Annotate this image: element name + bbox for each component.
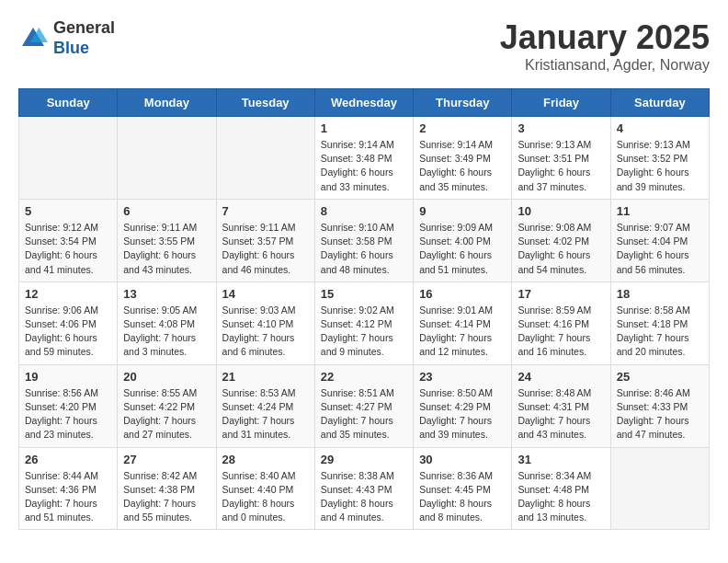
calendar-cell: 10Sunrise: 9:08 AM Sunset: 4:02 PM Dayli… bbox=[512, 199, 610, 282]
day-number: 11 bbox=[617, 204, 703, 218]
calendar-cell bbox=[610, 447, 709, 530]
calendar-cell: 8Sunrise: 9:10 AM Sunset: 3:58 PM Daylig… bbox=[314, 199, 413, 282]
day-number: 29 bbox=[321, 453, 407, 466]
calendar-cell: 30Sunrise: 8:36 AM Sunset: 4:45 PM Dayli… bbox=[414, 447, 512, 530]
calendar-cell: 12Sunrise: 9:06 AM Sunset: 4:06 PM Dayli… bbox=[19, 282, 118, 364]
day-number: 24 bbox=[518, 370, 604, 384]
calendar-cell: 21Sunrise: 8:53 AM Sunset: 4:24 PM Dayli… bbox=[216, 364, 314, 447]
day-info: Sunrise: 8:38 AM Sunset: 4:43 PM Dayligh… bbox=[321, 469, 407, 525]
calendar-week-row: 19Sunrise: 8:56 AM Sunset: 4:20 PM Dayli… bbox=[19, 364, 710, 447]
day-info: Sunrise: 8:48 AM Sunset: 4:31 PM Dayligh… bbox=[518, 386, 604, 442]
day-number: 6 bbox=[123, 204, 210, 218]
day-number: 31 bbox=[518, 453, 604, 466]
calendar-cell: 20Sunrise: 8:55 AM Sunset: 4:22 PM Dayli… bbox=[118, 364, 216, 447]
calendar-cell: 22Sunrise: 8:51 AM Sunset: 4:27 PM Dayli… bbox=[314, 364, 413, 447]
calendar-cell: 13Sunrise: 9:05 AM Sunset: 4:08 PM Dayli… bbox=[118, 282, 216, 364]
day-number: 17 bbox=[518, 287, 604, 301]
day-info: Sunrise: 9:06 AM Sunset: 4:06 PM Dayligh… bbox=[25, 304, 111, 360]
day-number: 15 bbox=[321, 287, 407, 301]
calendar-week-row: 1Sunrise: 9:14 AM Sunset: 3:48 PM Daylig… bbox=[19, 117, 710, 200]
day-number: 16 bbox=[419, 287, 506, 301]
calendar-cell: 27Sunrise: 8:42 AM Sunset: 4:38 PM Dayli… bbox=[118, 447, 216, 530]
calendar-cell: 29Sunrise: 8:38 AM Sunset: 4:43 PM Dayli… bbox=[314, 447, 413, 530]
day-info: Sunrise: 9:02 AM Sunset: 4:12 PM Dayligh… bbox=[321, 304, 407, 360]
day-number: 9 bbox=[419, 204, 506, 218]
calendar-week-row: 12Sunrise: 9:06 AM Sunset: 4:06 PM Dayli… bbox=[19, 282, 710, 364]
day-number: 28 bbox=[222, 453, 309, 466]
day-info: Sunrise: 9:14 AM Sunset: 3:49 PM Dayligh… bbox=[419, 138, 506, 194]
calendar-cell: 17Sunrise: 8:59 AM Sunset: 4:16 PM Dayli… bbox=[512, 282, 610, 364]
day-info: Sunrise: 8:34 AM Sunset: 4:48 PM Dayligh… bbox=[518, 469, 604, 525]
calendar-cell: 7Sunrise: 9:11 AM Sunset: 3:57 PM Daylig… bbox=[216, 199, 314, 282]
day-number: 1 bbox=[321, 121, 407, 135]
calendar-cell: 28Sunrise: 8:40 AM Sunset: 4:40 PM Dayli… bbox=[216, 447, 314, 530]
calendar-cell: 31Sunrise: 8:34 AM Sunset: 4:48 PM Dayli… bbox=[512, 447, 610, 530]
day-info: Sunrise: 8:36 AM Sunset: 4:45 PM Dayligh… bbox=[419, 469, 506, 525]
title-area: January 2025 Kristiansand, Agder, Norway bbox=[500, 18, 710, 74]
calendar-cell: 23Sunrise: 8:50 AM Sunset: 4:29 PM Dayli… bbox=[414, 364, 512, 447]
weekday-header: Thursday bbox=[414, 89, 512, 117]
calendar-cell: 24Sunrise: 8:48 AM Sunset: 4:31 PM Dayli… bbox=[512, 364, 610, 447]
day-number: 22 bbox=[321, 370, 407, 384]
weekday-header: Wednesday bbox=[314, 89, 413, 117]
day-info: Sunrise: 9:13 AM Sunset: 3:51 PM Dayligh… bbox=[518, 138, 604, 194]
day-info: Sunrise: 8:58 AM Sunset: 4:18 PM Dayligh… bbox=[617, 304, 703, 360]
calendar-cell: 15Sunrise: 9:02 AM Sunset: 4:12 PM Dayli… bbox=[314, 282, 413, 364]
weekday-header: Tuesday bbox=[216, 89, 314, 117]
day-info: Sunrise: 8:44 AM Sunset: 4:36 PM Dayligh… bbox=[25, 469, 111, 525]
day-number: 2 bbox=[419, 121, 506, 135]
day-number: 25 bbox=[617, 370, 703, 384]
day-number: 19 bbox=[25, 370, 111, 384]
day-info: Sunrise: 9:13 AM Sunset: 3:52 PM Dayligh… bbox=[617, 138, 703, 194]
day-info: Sunrise: 8:42 AM Sunset: 4:38 PM Dayligh… bbox=[123, 469, 210, 525]
day-number: 4 bbox=[617, 121, 703, 135]
page-title: January 2025 bbox=[500, 18, 710, 57]
day-number: 8 bbox=[321, 204, 407, 218]
day-info: Sunrise: 9:11 AM Sunset: 3:55 PM Dayligh… bbox=[123, 221, 210, 277]
day-number: 14 bbox=[222, 287, 309, 301]
weekday-header: Monday bbox=[118, 89, 216, 117]
day-number: 5 bbox=[25, 204, 111, 218]
day-number: 10 bbox=[518, 204, 604, 218]
day-info: Sunrise: 8:56 AM Sunset: 4:20 PM Dayligh… bbox=[25, 386, 111, 442]
day-number: 12 bbox=[25, 287, 111, 301]
day-info: Sunrise: 9:01 AM Sunset: 4:14 PM Dayligh… bbox=[419, 304, 506, 360]
calendar-cell: 19Sunrise: 8:56 AM Sunset: 4:20 PM Dayli… bbox=[19, 364, 118, 447]
day-number: 18 bbox=[617, 287, 703, 301]
day-info: Sunrise: 9:07 AM Sunset: 4:04 PM Dayligh… bbox=[617, 221, 703, 277]
calendar-cell bbox=[216, 117, 314, 200]
page-subtitle: Kristiansand, Agder, Norway bbox=[500, 57, 710, 74]
calendar-header-row: SundayMondayTuesdayWednesdayThursdayFrid… bbox=[19, 89, 710, 117]
day-info: Sunrise: 8:53 AM Sunset: 4:24 PM Dayligh… bbox=[222, 386, 309, 442]
calendar-cell: 25Sunrise: 8:46 AM Sunset: 4:33 PM Dayli… bbox=[610, 364, 709, 447]
calendar-week-row: 5Sunrise: 9:12 AM Sunset: 3:54 PM Daylig… bbox=[19, 199, 710, 282]
day-info: Sunrise: 8:55 AM Sunset: 4:22 PM Dayligh… bbox=[123, 386, 210, 442]
logo: General Blue bbox=[18, 18, 115, 58]
day-number: 27 bbox=[123, 453, 210, 466]
calendar-cell: 18Sunrise: 8:58 AM Sunset: 4:18 PM Dayli… bbox=[610, 282, 709, 364]
calendar-cell bbox=[118, 117, 216, 200]
day-number: 7 bbox=[222, 204, 309, 218]
day-number: 23 bbox=[419, 370, 506, 384]
day-number: 20 bbox=[123, 370, 210, 384]
calendar-cell: 3Sunrise: 9:13 AM Sunset: 3:51 PM Daylig… bbox=[512, 117, 610, 200]
day-info: Sunrise: 9:03 AM Sunset: 4:10 PM Dayligh… bbox=[222, 304, 309, 360]
day-number: 3 bbox=[518, 121, 604, 135]
day-info: Sunrise: 8:40 AM Sunset: 4:40 PM Dayligh… bbox=[222, 469, 309, 525]
day-info: Sunrise: 9:14 AM Sunset: 3:48 PM Dayligh… bbox=[321, 138, 407, 194]
logo-icon bbox=[18, 24, 48, 53]
weekday-header: Friday bbox=[512, 89, 610, 117]
day-info: Sunrise: 8:59 AM Sunset: 4:16 PM Dayligh… bbox=[518, 304, 604, 360]
day-info: Sunrise: 9:10 AM Sunset: 3:58 PM Dayligh… bbox=[321, 221, 407, 277]
calendar-cell: 14Sunrise: 9:03 AM Sunset: 4:10 PM Dayli… bbox=[216, 282, 314, 364]
calendar-cell: 2Sunrise: 9:14 AM Sunset: 3:49 PM Daylig… bbox=[414, 117, 512, 200]
weekday-header: Saturday bbox=[610, 89, 709, 117]
day-info: Sunrise: 9:08 AM Sunset: 4:02 PM Dayligh… bbox=[518, 221, 604, 277]
day-info: Sunrise: 9:11 AM Sunset: 3:57 PM Dayligh… bbox=[222, 221, 309, 277]
day-number: 13 bbox=[123, 287, 210, 301]
weekday-header: Sunday bbox=[19, 89, 118, 117]
calendar-cell: 5Sunrise: 9:12 AM Sunset: 3:54 PM Daylig… bbox=[19, 199, 118, 282]
day-number: 30 bbox=[419, 453, 506, 466]
page-header: General Blue January 2025 Kristiansand, … bbox=[18, 18, 710, 74]
day-info: Sunrise: 8:50 AM Sunset: 4:29 PM Dayligh… bbox=[419, 386, 506, 442]
